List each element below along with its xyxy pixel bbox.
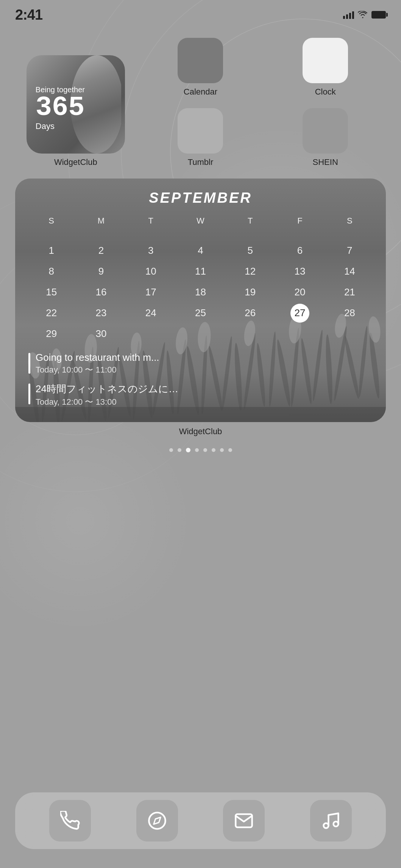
cal-day-9: 9: [76, 261, 126, 282]
tumblr-label: Tumblr: [188, 157, 214, 167]
calendar-week-6: 29 30: [27, 323, 374, 344]
event-time-1: Today, 10:00 〜 11:00: [36, 364, 159, 376]
dock: [15, 792, 386, 849]
cal-day-16: 16: [76, 282, 126, 303]
day-header-s1: S: [27, 214, 76, 228]
cal-day-19: 19: [225, 282, 275, 303]
cal-day-empty6: [325, 323, 374, 344]
cal-day-empty: [275, 231, 325, 240]
cal-day-1: 1: [27, 240, 76, 261]
dock-safari[interactable]: [136, 800, 178, 842]
event-1: Going to restaurant with m... Today, 10:…: [28, 352, 373, 376]
cal-day-25: 25: [176, 303, 225, 323]
cal-day-11: 11: [176, 261, 225, 282]
clock-app[interactable]: Clock: [268, 38, 382, 97]
cal-day-5: 5: [225, 240, 275, 261]
cal-day-8: 8: [27, 261, 76, 282]
calendar-header-row: S M T W T F S: [27, 214, 374, 228]
cal-day-28: 28: [325, 303, 374, 323]
cal-day-3: 3: [126, 240, 176, 261]
event-2: 24時間フィットネスのジムに… Today, 12:00 〜 13:00: [28, 382, 373, 408]
page-dot-1: [169, 448, 173, 452]
signal-icon: [343, 11, 354, 19]
day-header-m: M: [76, 214, 126, 228]
app-grid: Being together 365 Days WidgetClub Calen…: [0, 26, 401, 175]
cal-day-empty5: [275, 323, 325, 344]
dock-phone[interactable]: [49, 800, 91, 842]
day-header-t2: T: [225, 214, 275, 228]
cal-day-29: 29: [27, 323, 76, 344]
cal-day-22: 22: [27, 303, 76, 323]
svg-point-50: [334, 821, 339, 826]
cal-day-empty: [225, 231, 275, 240]
cal-day-empty4: [225, 323, 275, 344]
page-dot-6: [212, 448, 215, 452]
cal-day-15: 15: [27, 282, 76, 303]
battery-icon: [371, 11, 386, 19]
cal-day-2: 2: [76, 240, 126, 261]
shein-label: SHEIN: [313, 157, 338, 167]
status-icons: [343, 11, 386, 19]
cal-day-10: 10: [126, 261, 176, 282]
tumblr-icon[interactable]: [178, 108, 223, 154]
widgetclub-app[interactable]: Being together 365 Days WidgetClub: [19, 55, 133, 167]
calendar-month: SEPTEMBER: [27, 190, 374, 206]
event-bar-2: [28, 384, 30, 404]
widget-365-text: 365: [36, 94, 116, 121]
page-dot-3-active: [186, 448, 190, 452]
cal-day-17: 17: [126, 282, 176, 303]
cal-day-26: 26: [225, 303, 275, 323]
event-title-1: Going to restaurant with m...: [36, 352, 159, 363]
calendar-app[interactable]: Calendar: [144, 38, 257, 97]
tumblr-app[interactable]: Tumblr: [144, 108, 257, 167]
calendar-week-5: 22 23 24 25 26 27 28: [27, 303, 374, 323]
cal-day-7: 7: [325, 240, 374, 261]
cal-day-23: 23: [76, 303, 126, 323]
calendar-widget-label: WidgetClub: [15, 427, 386, 436]
day-header-t1: T: [126, 214, 176, 228]
event-time-2: Today, 12:00 〜 13:00: [36, 396, 178, 408]
cal-day-empty: [27, 231, 76, 240]
calendar-icon[interactable]: [178, 38, 223, 83]
widgetclub-icon[interactable]: Being together 365 Days: [27, 55, 125, 154]
cal-day-30: 30: [76, 323, 126, 344]
shein-icon[interactable]: [303, 108, 348, 154]
calendar-week-1: [27, 231, 374, 240]
clock-label: Clock: [315, 87, 336, 97]
cal-day-14: 14: [325, 261, 374, 282]
day-header-f: F: [275, 214, 325, 228]
cal-day-27-today: 27: [275, 303, 325, 323]
day-header-s2: S: [325, 214, 374, 228]
calendar-label: Calendar: [184, 87, 217, 97]
mail-icon: [234, 811, 254, 831]
page-dot-4: [195, 448, 199, 452]
cal-day-4: 4: [176, 240, 225, 261]
phone-icon: [60, 811, 80, 831]
calendar-week-4: 15 16 17 18 19 20 21: [27, 282, 374, 303]
page-dot-5: [203, 448, 207, 452]
calendar-week-3: 8 9 10 11 12 13 14: [27, 261, 374, 282]
calendar-widget[interactable]: SEPTEMBER S M T W T F S: [15, 179, 386, 422]
event-info-2: 24時間フィットネスのジムに… Today, 12:00 〜 13:00: [36, 382, 178, 408]
svg-point-47: [149, 812, 165, 829]
cal-day-6: 6: [275, 240, 325, 261]
svg-point-49: [324, 823, 329, 828]
cal-day-24: 24: [126, 303, 176, 323]
page-dot-7: [220, 448, 224, 452]
clock-icon[interactable]: [303, 38, 348, 83]
event-bar-1: [28, 353, 30, 374]
calendar-week-2: 1 2 3 4 5 6 7: [27, 240, 374, 261]
cal-day-empty: [176, 231, 225, 240]
cal-day-empty3: [176, 323, 225, 344]
dock-mail[interactable]: [223, 800, 265, 842]
dock-music[interactable]: [310, 800, 352, 842]
event-info-1: Going to restaurant with m... Today, 10:…: [36, 352, 159, 376]
page-dot-8: [228, 448, 232, 452]
music-icon: [321, 811, 341, 831]
cal-day-empty: [126, 231, 176, 240]
calendar-grid: S M T W T F S: [27, 214, 374, 344]
cal-day-empty: [325, 231, 374, 240]
wifi-icon: [358, 11, 368, 19]
compass-icon: [147, 811, 167, 831]
shein-app[interactable]: SHEIN: [268, 108, 382, 167]
